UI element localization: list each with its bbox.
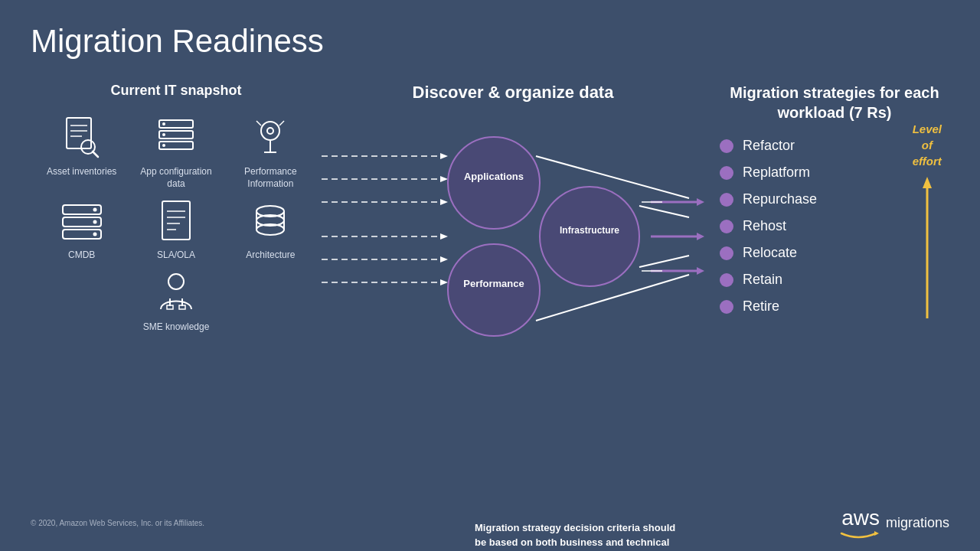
content-area: Current IT snapshot Asset inventories xyxy=(31,83,949,527)
dot-repurchase xyxy=(720,193,733,207)
svg-point-12 xyxy=(261,122,279,140)
svg-point-51 xyxy=(448,137,540,229)
svg-point-23 xyxy=(93,233,96,236)
svg-marker-50 xyxy=(440,279,448,285)
svg-line-58 xyxy=(639,206,689,217)
svg-point-9 xyxy=(162,122,165,126)
svg-point-53 xyxy=(448,244,540,336)
migrations-logo-text: migrations xyxy=(886,515,949,531)
svg-point-22 xyxy=(93,220,96,224)
label-cmdb: CMDB xyxy=(68,249,95,262)
icon-sme-knowledge: SME knowledge xyxy=(132,269,219,334)
middle-section: Discover & organize data xyxy=(322,83,704,527)
svg-point-10 xyxy=(162,133,165,136)
left-section-title: Current IT snapshot xyxy=(31,83,322,99)
dot-refactor xyxy=(720,139,733,153)
left-section: Current IT snapshot Asset inventories xyxy=(31,83,322,527)
svg-marker-48 xyxy=(440,256,448,262)
copyright-text: © 2020, Amazon Web Services, Inc. or its… xyxy=(31,519,204,527)
svg-rect-38 xyxy=(179,305,185,309)
label-asset-inventories: Asset inventories xyxy=(47,166,116,178)
dot-relocate xyxy=(720,246,733,260)
middle-section-title: Discover & organize data xyxy=(413,83,614,103)
svg-marker-62 xyxy=(697,198,704,206)
dot-retire xyxy=(720,300,733,314)
svg-point-11 xyxy=(162,144,165,147)
label-replatform: Replatform xyxy=(743,165,810,181)
footer: © 2020, Amazon Web Services, Inc. or its… xyxy=(31,506,949,540)
dot-retain xyxy=(720,273,733,287)
svg-rect-24 xyxy=(162,201,190,240)
svg-text:Performance: Performance xyxy=(463,278,524,289)
effort-indicator: Levelofeffort xyxy=(913,121,942,326)
svg-point-34 xyxy=(168,274,184,289)
label-architecture: Architecture xyxy=(246,249,295,262)
label-relocate: Relocate xyxy=(743,245,797,261)
icon-asset-inventories: Asset inventories xyxy=(38,114,125,190)
svg-point-21 xyxy=(93,208,96,212)
svg-marker-70 xyxy=(923,177,932,188)
aws-logo: aws migrations xyxy=(838,506,949,540)
svg-line-60 xyxy=(536,275,689,321)
svg-marker-46 xyxy=(440,233,448,240)
effort-arrow-icon xyxy=(920,173,935,326)
slide: Migration Readiness Current IT snapshot … xyxy=(0,0,980,551)
label-refactor: Refactor xyxy=(743,138,795,154)
label-performance-info: Performance Information xyxy=(227,166,314,190)
label-app-config: App configuration data xyxy=(132,166,219,190)
aws-logo-text: aws xyxy=(841,506,880,530)
label-retire: Retire xyxy=(743,298,779,315)
icon-sla-ola: SLA/OLA xyxy=(132,197,219,262)
svg-point-55 xyxy=(540,187,639,286)
icon-cmdb: CMDB xyxy=(38,197,125,262)
effort-label: Levelofeffort xyxy=(913,121,942,169)
dot-replatform xyxy=(720,166,733,180)
dot-rehost xyxy=(720,220,733,233)
label-sla-ola: SLA/OLA xyxy=(157,249,195,262)
icon-performance-info: Performance Information xyxy=(227,114,314,190)
svg-marker-42 xyxy=(440,176,448,182)
svg-rect-37 xyxy=(167,305,173,309)
svg-point-13 xyxy=(267,128,273,134)
svg-text:Applications: Applications xyxy=(464,171,524,182)
svg-line-59 xyxy=(639,256,689,267)
icon-architecture: Architecture xyxy=(227,197,314,262)
icons-grid: Asset inventories App configuration data xyxy=(31,114,322,333)
svg-marker-64 xyxy=(697,233,704,240)
svg-marker-44 xyxy=(440,199,448,205)
svg-line-5 xyxy=(93,152,98,157)
aws-smile-icon xyxy=(838,530,880,540)
icon-app-config: App configuration data xyxy=(132,114,219,190)
strategies-title: Migration strategies for each workload (… xyxy=(720,83,949,122)
svg-marker-71 xyxy=(874,531,879,536)
label-sme-knowledge: SME knowledge xyxy=(143,321,210,334)
svg-rect-0 xyxy=(67,118,91,148)
page-title: Migration Readiness xyxy=(31,23,949,60)
label-repurchase: Repurchase xyxy=(743,191,817,207)
svg-marker-40 xyxy=(440,153,448,159)
svg-text:Infrastructure: Infrastructure xyxy=(560,225,619,236)
svg-line-16 xyxy=(256,121,261,126)
diagram-area: Applications Performance Infrastructure xyxy=(322,114,704,527)
svg-line-17 xyxy=(279,121,284,126)
svg-marker-66 xyxy=(697,267,704,275)
label-retain: Retain xyxy=(743,272,782,288)
label-rehost: Rehost xyxy=(743,218,786,234)
